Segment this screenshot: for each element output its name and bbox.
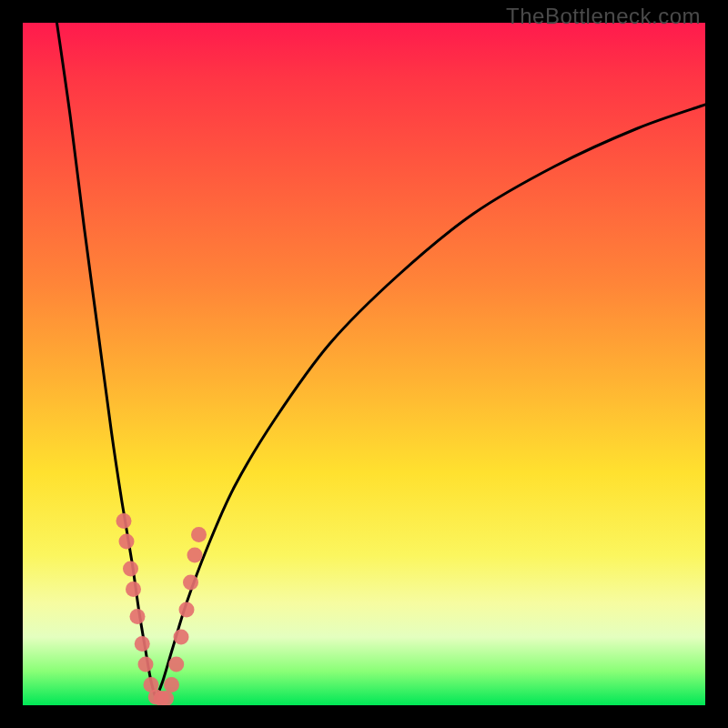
data-point bbox=[138, 657, 154, 672]
data-point bbox=[119, 534, 135, 550]
data-point bbox=[164, 677, 179, 693]
data-point bbox=[179, 602, 195, 618]
chart-overlay bbox=[23, 23, 705, 705]
curve-left-branch bbox=[57, 23, 157, 699]
data-point-group bbox=[116, 513, 207, 705]
data-point bbox=[191, 527, 207, 542]
data-point bbox=[130, 609, 146, 624]
data-point bbox=[183, 575, 198, 591]
data-point bbox=[123, 561, 138, 577]
data-point bbox=[135, 636, 150, 652]
data-point bbox=[116, 513, 132, 529]
data-point bbox=[168, 657, 184, 672]
data-point bbox=[187, 548, 203, 563]
plot-area bbox=[23, 23, 705, 705]
curve-right-branch bbox=[156, 105, 705, 699]
data-point bbox=[174, 630, 189, 645]
data-point bbox=[126, 581, 141, 597]
chart-frame: TheBottleneck.com bbox=[0, 0, 728, 728]
watermark-text: TheBottleneck.com bbox=[506, 4, 701, 29]
